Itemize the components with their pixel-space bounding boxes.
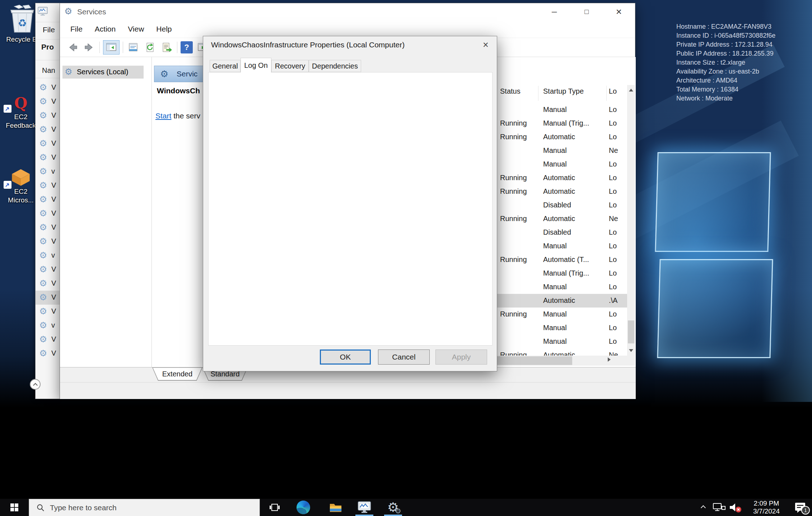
- minimize-button[interactable]: ─: [538, 3, 570, 20]
- toolbar-separator: [99, 42, 100, 53]
- system-info-line: Public IP Address : 18.218.255.39: [676, 49, 775, 58]
- cell-logon: Lo: [609, 337, 617, 346]
- services-titlebar[interactable]: ⚙ Services ─ □ ×: [60, 3, 635, 20]
- system-info-line: Hostname : EC2AMAZ-FAN98V3: [676, 22, 775, 31]
- column-header-status[interactable]: Status: [500, 87, 521, 95]
- background-service-row[interactable]: ⚙V: [36, 81, 60, 95]
- cancel-button[interactable]: Cancel: [378, 350, 430, 365]
- export-list-button[interactable]: [160, 40, 174, 55]
- background-service-row[interactable]: ⚙V: [36, 277, 60, 291]
- system-info-line: Architecture : AMD64: [676, 76, 775, 85]
- services-app-icon: ⚙: [64, 6, 72, 17]
- console-tree-panel: ⚙ Services (Local): [60, 57, 152, 367]
- background-service-row[interactable]: ⚙V: [36, 263, 60, 277]
- service-name-truncated: V: [51, 237, 56, 245]
- service-name-truncated: V: [51, 111, 56, 119]
- vertical-scrollbar[interactable]: [627, 85, 635, 366]
- scroll-right-button[interactable]: [604, 356, 614, 366]
- edge-button[interactable]: [291, 499, 315, 516]
- gear-icon: ⚙: [39, 208, 47, 219]
- background-service-row[interactable]: ⚙V: [36, 333, 60, 347]
- background-service-row[interactable]: ⚙V: [36, 137, 60, 151]
- volume-muted-icon[interactable]: [727, 499, 744, 516]
- close-button[interactable]: ×: [603, 3, 635, 20]
- tree-item-services-local[interactable]: ⚙ Services (Local): [62, 66, 144, 79]
- service-name-truncated: V: [51, 97, 56, 105]
- cell-startup: Automatic (T...: [543, 255, 589, 264]
- background-service-row[interactable]: ⚙V: [36, 305, 60, 319]
- background-service-row[interactable]: ⚙v: [36, 249, 60, 263]
- notification-badge: 1: [801, 506, 810, 515]
- background-service-row[interactable]: ⚙v: [36, 165, 60, 179]
- tab-recovery[interactable]: Recovery: [271, 60, 309, 72]
- perfmon-taskbar-button[interactable]: [353, 499, 376, 516]
- background-service-row[interactable]: ⚙V: [36, 95, 60, 109]
- system-info-line: Private IP Address : 172.31.28.94: [676, 40, 775, 49]
- cell-logon: Lo: [609, 133, 617, 141]
- file-explorer-button[interactable]: [324, 499, 347, 516]
- help-button[interactable]: ?: [181, 41, 193, 53]
- task-view-button[interactable]: [263, 499, 286, 516]
- chevron-up-circle-icon[interactable]: [30, 379, 41, 390]
- background-window[interactable]: File Pro Nan ⚙V⚙V⚙V⚙V⚙V⚙V⚙v⚙V⚙V⚙V⚙V⚙V⚙v⚙…: [35, 3, 60, 399]
- service-name-truncated: V: [51, 139, 56, 147]
- background-service-row[interactable]: ⚙V: [36, 235, 60, 249]
- tab-extended[interactable]: Extended: [152, 367, 202, 381]
- background-window-name-column[interactable]: Nan: [42, 66, 55, 75]
- back-button[interactable]: [66, 40, 79, 55]
- cell-status: Running: [500, 187, 527, 196]
- scroll-up-button[interactable]: [627, 85, 635, 95]
- background-service-row[interactable]: ⚙V: [36, 193, 60, 207]
- scroll-down-button[interactable]: [627, 346, 635, 356]
- system-info-line: Availability Zone : us-east-2b: [676, 67, 775, 76]
- notification-center-button[interactable]: 1: [789, 499, 812, 516]
- cell-startup: Manual (Trig...: [543, 119, 589, 127]
- background-service-row[interactable]: ⚙V: [36, 151, 60, 165]
- column-header-log-on-as[interactable]: Lo: [609, 87, 617, 95]
- taskbar-clock[interactable]: 2:09 PM 3/7/2024: [747, 499, 786, 515]
- tab-dependencies[interactable]: Dependencies: [309, 60, 361, 72]
- tab-general[interactable]: General: [210, 60, 241, 72]
- background-service-row[interactable]: ⚙v: [36, 319, 60, 333]
- background-service-row[interactable]: ⚙V: [36, 207, 60, 221]
- ok-button[interactable]: OK: [320, 350, 371, 365]
- maximize-button[interactable]: □: [570, 3, 603, 20]
- background-service-row[interactable]: ⚙V: [36, 347, 60, 361]
- recycle-bin-icon: ♻: [9, 4, 36, 34]
- network-icon[interactable]: [711, 499, 727, 516]
- perfmon-icon: [357, 500, 372, 515]
- properties-button[interactable]: [126, 40, 140, 55]
- menu-file[interactable]: File: [64, 25, 89, 33]
- properties-dialog: WindowsChaosInfrastructure Properties (L…: [203, 36, 497, 371]
- apply-button[interactable]: Apply: [435, 350, 487, 365]
- tray-chevron-up-icon[interactable]: [696, 499, 711, 516]
- menu-help[interactable]: Help: [150, 25, 178, 33]
- start-service-link[interactable]: Start: [155, 112, 171, 120]
- background-service-row[interactable]: ⚙V: [36, 221, 60, 235]
- services-taskbar-button[interactable]: ⚙ ⚙: [381, 499, 405, 516]
- forward-button[interactable]: [83, 40, 96, 55]
- background-service-row[interactable]: ⚙V: [36, 291, 60, 305]
- menu-bar: File Action View Help: [60, 20, 635, 38]
- background-window-file-menu[interactable]: File: [43, 25, 55, 34]
- refresh-button[interactable]: [143, 40, 157, 55]
- dialog-titlebar[interactable]: WindowsChaosInfrastructure Properties (L…: [203, 36, 497, 53]
- gear-icon: ⚙: [39, 292, 47, 302]
- background-service-row[interactable]: ⚙V: [36, 179, 60, 193]
- task-view-icon: [269, 502, 280, 513]
- gear-icon: ⚙: [39, 110, 47, 121]
- dialog-title: WindowsChaosInfrastructure Properties (L…: [211, 41, 405, 49]
- dialog-close-button[interactable]: ×: [475, 36, 497, 53]
- menu-view[interactable]: View: [122, 25, 150, 33]
- tab-log-on[interactable]: Log On: [241, 58, 271, 72]
- start-button[interactable]: [0, 499, 29, 516]
- background-service-row[interactable]: ⚙V: [36, 109, 60, 123]
- menu-action[interactable]: Action: [89, 25, 122, 33]
- scrollbar-thumb[interactable]: [628, 320, 634, 343]
- taskbar-search[interactable]: Type here to search: [29, 499, 260, 516]
- show-console-tree-button[interactable]: [103, 40, 120, 55]
- background-service-row[interactable]: ⚙V: [36, 123, 60, 137]
- column-header-startup-type[interactable]: Startup Type: [543, 87, 584, 95]
- cell-status: Running: [500, 119, 527, 127]
- service-name-truncated: V: [51, 293, 56, 301]
